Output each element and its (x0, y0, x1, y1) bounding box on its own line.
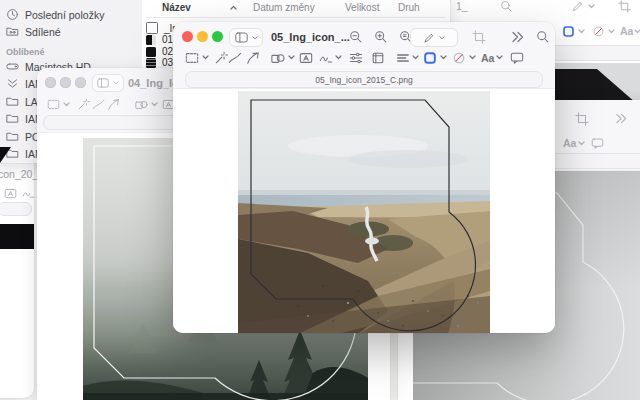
instant-alpha-wand-icon[interactable] (77, 98, 90, 111)
file-thumbnail (146, 47, 156, 57)
more-toolbar-items-icon[interactable] (615, 113, 628, 124)
filename-bar (0, 202, 32, 216)
chevron-down-icon[interactable] (63, 102, 70, 107)
markup-pencil-icon (423, 32, 435, 44)
adjust-tool-icon[interactable] (349, 51, 363, 65)
chevron-down-icon (252, 36, 258, 40)
signature-icon[interactable] (319, 51, 333, 65)
markup-button[interactable] (410, 28, 458, 47)
chevron-down-icon[interactable] (608, 29, 615, 34)
window-title: 1_ (456, 0, 468, 12)
preview-window-main[interactable]: 05_Ing_icon_... (173, 22, 555, 333)
harddrive-icon (6, 60, 19, 73)
more-toolbar-items-icon[interactable] (511, 31, 525, 43)
chevron-down-icon[interactable] (202, 55, 209, 60)
column-header-kind[interactable]: Druh (398, 2, 420, 13)
shapes-tool-icon[interactable] (135, 98, 148, 111)
draw-tool-icon[interactable] (246, 51, 260, 65)
chevron-down-icon (113, 81, 119, 85)
sidebar-icon (235, 32, 248, 43)
folder-icon (6, 130, 19, 143)
comment-bubble-icon[interactable] (591, 137, 604, 150)
column-header-date[interactable]: Datum změny (253, 2, 315, 13)
shared-folder-icon (6, 25, 19, 38)
fill-color-swatch-icon[interactable] (452, 51, 466, 65)
clock-icon (6, 8, 19, 21)
chevron-down-icon[interactable] (588, 4, 595, 9)
text-box-icon[interactable] (299, 51, 313, 65)
crop-icon[interactable] (575, 112, 589, 126)
minimize-button[interactable] (60, 77, 71, 88)
crop-icon[interactable] (618, 0, 631, 13)
double-chevron-down-icon (6, 77, 19, 90)
window-title: 05_Ing_icon_... (271, 31, 350, 43)
chevron-down-icon[interactable] (578, 29, 585, 34)
chevron-down-icon[interactable] (634, 29, 640, 34)
chevron-down-icon[interactable] (151, 102, 158, 107)
selection-tool-icon[interactable] (47, 98, 60, 111)
zoom-in-icon[interactable] (374, 30, 388, 44)
border-color-swatch-icon[interactable] (562, 25, 575, 38)
file-thumbnail (146, 35, 156, 45)
folder-icon (6, 95, 19, 108)
text-style-button[interactable]: Aa (563, 137, 576, 149)
column-header-size[interactable]: Velikost (345, 2, 379, 13)
filename-bar: 05_Ing_icon_2015_C.png (185, 71, 543, 88)
close-button[interactable] (182, 31, 193, 42)
shape-annotation-outline (173, 89, 555, 333)
zoom-icon[interactable] (500, 0, 513, 13)
chevron-down-icon[interactable] (496, 55, 503, 60)
chevron-down-icon[interactable] (578, 141, 585, 146)
instant-alpha-wand-icon[interactable] (214, 51, 228, 65)
column-header-name[interactable]: Název (162, 2, 191, 13)
close-button[interactable] (45, 77, 56, 88)
text-style-button[interactable]: Aa (481, 52, 494, 64)
window-title: con_20_ (0, 168, 38, 180)
chevron-down-icon (439, 36, 445, 40)
image-black-band (0, 224, 34, 249)
preview-window-left[interactable]: con_20_ (0, 140, 34, 398)
draw-tool-icon[interactable] (107, 98, 120, 111)
desktop: con_20_ 1_ Aa (0, 0, 640, 400)
sketch-tool-icon[interactable] (92, 98, 105, 111)
shapes-tool-icon[interactable] (271, 51, 285, 65)
text-box-icon[interactable] (4, 187, 17, 200)
sidebar-item-recents[interactable]: Poslední položky (6, 8, 104, 21)
search-icon[interactable] (536, 30, 550, 44)
file-thumbnail (146, 22, 158, 34)
sketch-tool-icon[interactable] (228, 51, 242, 65)
crop-frame-icon[interactable] (371, 51, 385, 65)
signature-icon[interactable] (22, 187, 35, 200)
markup-pencil-icon[interactable] (571, 0, 584, 13)
chevron-down-icon[interactable] (335, 55, 342, 60)
text-style-button[interactable]: Aa (620, 25, 633, 37)
filename-text: 05_Ing_icon_2015_C.png (315, 75, 412, 85)
chevron-down-icon[interactable] (440, 55, 447, 60)
zoom-button[interactable] (212, 31, 223, 42)
sidebar-toggle-button[interactable] (92, 74, 124, 92)
chevron-down-icon[interactable] (412, 55, 419, 60)
line-style-icon[interactable] (396, 51, 410, 65)
file-thumbnail (146, 58, 156, 68)
sidebar-item-shared[interactable]: Sdílené (6, 25, 61, 38)
comment-bubble-icon[interactable] (510, 51, 524, 65)
sidebar-toggle-button[interactable] (229, 28, 263, 47)
sidebar-section-label: Oblíbené (6, 47, 45, 57)
zoom-out-icon[interactable] (349, 30, 363, 44)
image-view (173, 88, 555, 333)
selection-tool-icon[interactable] (185, 51, 199, 65)
zoom-button[interactable] (75, 77, 86, 88)
fill-color-swatch-icon[interactable] (592, 25, 605, 38)
minimize-button[interactable] (197, 31, 208, 42)
border-color-swatch-icon[interactable] (423, 51, 437, 65)
chevron-down-icon[interactable] (469, 55, 476, 60)
folder-icon (6, 112, 19, 125)
header-divider (146, 17, 446, 18)
crop-icon[interactable] (472, 30, 486, 44)
chevron-down-icon[interactable] (288, 55, 295, 60)
sort-chevron-icon[interactable] (230, 5, 237, 10)
sidebar-icon (97, 78, 109, 88)
